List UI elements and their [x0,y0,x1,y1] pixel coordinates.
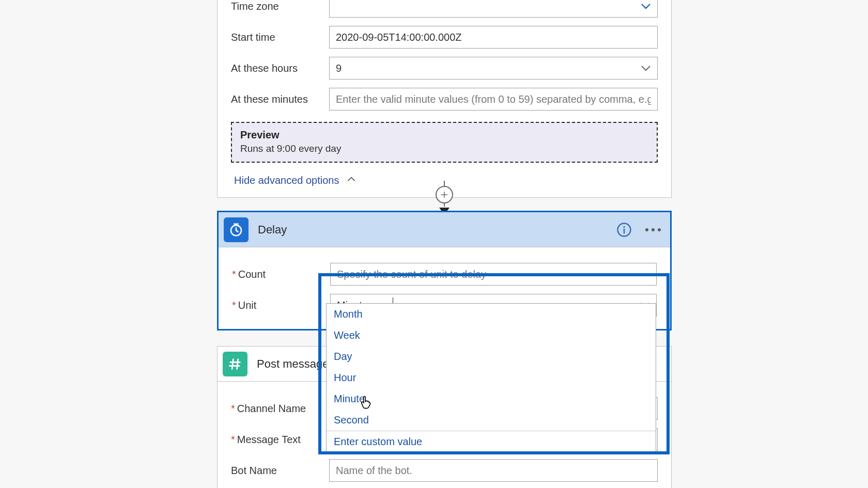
cursor-icon [360,395,374,411]
timer-icon [224,217,249,242]
delay-title: Delay [258,223,607,237]
hide-advanced-options-link[interactable]: Hide advanced options [234,174,357,187]
hours-select[interactable]: 9 [329,57,658,80]
count-label: Count [232,269,330,280]
timezone-select[interactable] [329,0,658,18]
minutes-input[interactable] [329,88,658,111]
advanced-options-label: Hide advanced options [234,175,339,186]
starttime-field[interactable] [336,32,651,43]
unit-option-second[interactable]: Second [327,410,656,431]
recurrence-card: Time zone Start time At these hours 9 [217,0,672,198]
hours-label: At these hours [231,62,329,74]
preview-box: Preview Runs at 9:00 every day [231,122,658,163]
timezone-label: Time zone [231,1,329,12]
unit-option-week[interactable]: Week [327,325,656,346]
unit-option-minute[interactable]: Minute [327,388,656,410]
chevron-down-icon [640,0,652,12]
flow-connector [436,181,453,215]
more-button[interactable] [645,228,661,231]
minutes-field[interactable] [336,93,651,105]
svg-point-2 [623,226,625,227]
channel-name-label: Channel Name [231,403,329,415]
add-step-button[interactable] [436,186,453,203]
unit-option-hour[interactable]: Hour [327,367,656,388]
message-text-label: Message Text [231,434,329,446]
unit-option-custom[interactable]: Enter custom value [327,431,656,452]
count-input[interactable] [330,263,657,286]
chevron-up-icon [346,174,357,187]
svg-rect-3 [624,228,625,233]
preview-text: Runs at 9:00 every day [240,143,648,154]
delay-header[interactable]: Delay [219,212,670,247]
hash-icon [223,352,247,376]
chevron-down-icon [640,62,652,74]
unit-option-month[interactable]: Month [327,304,656,325]
unit-option-day[interactable]: Day [327,346,656,367]
bot-name-field[interactable] [336,465,651,477]
bot-name-label: Bot Name [231,465,329,477]
info-button[interactable] [616,222,632,238]
starttime-input[interactable] [329,26,658,49]
count-field[interactable] [337,269,650,280]
bot-name-input[interactable] [329,459,658,482]
hours-value: 9 [336,62,342,74]
unit-dropdown-list: Month Week Day Hour Minute Second Enter … [326,303,656,453]
starttime-label: Start time [231,32,329,43]
minutes-label: At these minutes [231,93,329,105]
unit-label: Unit [232,300,330,311]
preview-title: Preview [240,129,648,141]
